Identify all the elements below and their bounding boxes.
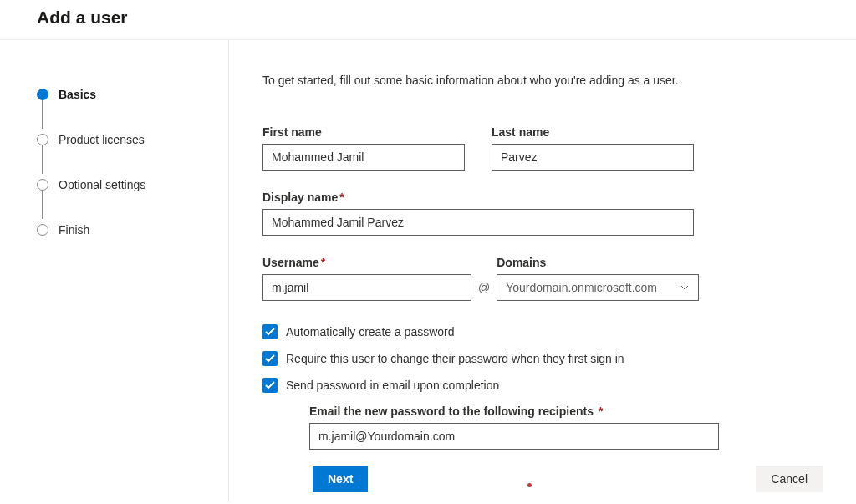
at-symbol: @	[471, 274, 497, 301]
checkmark-icon	[265, 381, 275, 389]
last-name-label: Last name	[492, 125, 694, 139]
step-basics[interactable]: Basics	[37, 72, 228, 117]
username-label: Username*	[262, 256, 471, 269]
step-indicator-icon	[37, 134, 48, 145]
form-main: To get started, fill out some basic info…	[229, 40, 856, 456]
domains-group: Domains Yourdomain.onmicrosoft.com	[497, 256, 699, 301]
require-change-row: Require this user to change their passwo…	[262, 351, 856, 366]
send-email-row: Send password in email upon completion	[262, 378, 856, 393]
step-indicator-icon	[37, 224, 48, 236]
username-group: Username*	[262, 256, 471, 301]
required-asterisk: *	[339, 191, 344, 204]
email-recipients-input[interactable]	[309, 423, 719, 450]
checkmark-icon	[265, 354, 275, 363]
name-row: First name Last name	[262, 125, 856, 171]
send-email-checkbox[interactable]	[262, 378, 278, 393]
step-indicator-icon	[37, 179, 48, 191]
display-name-group: Display name*	[262, 191, 694, 236]
checkmark-icon	[265, 328, 275, 336]
first-name-input[interactable]	[262, 144, 465, 171]
step-optional-settings[interactable]: Optional settings	[37, 162, 228, 207]
wizard-footer: Next Cancel	[229, 456, 856, 502]
require-change-label: Require this user to change their passwo…	[286, 352, 624, 365]
email-recipients-section: Email the new password to the following …	[309, 405, 856, 450]
content-area: Basics Product licenses Optional setting…	[0, 40, 856, 502]
display-name-label: Display name*	[262, 191, 694, 204]
email-recipients-label: Email the new password to the following …	[309, 405, 856, 418]
panel-header: Add a user	[0, 0, 856, 40]
intro-text: To get started, fill out some basic info…	[262, 74, 856, 87]
display-name-row: Display name*	[262, 191, 856, 236]
required-asterisk: *	[321, 256, 325, 269]
auto-password-label: Automatically create a password	[286, 325, 455, 339]
username-row: Username* @ Domains Yourdomain.onmicroso…	[262, 256, 856, 301]
username-input[interactable]	[262, 274, 471, 301]
domains-label: Domains	[497, 256, 699, 269]
step-label: Basics	[59, 88, 96, 101]
auto-password-checkbox[interactable]	[262, 324, 278, 339]
require-change-checkbox[interactable]	[262, 351, 278, 366]
cancel-button[interactable]: Cancel	[756, 466, 823, 492]
step-product-licenses[interactable]: Product licenses	[37, 117, 228, 162]
last-name-group: Last name	[492, 125, 694, 171]
next-button[interactable]: Next	[313, 466, 368, 492]
send-email-label: Send password in email upon completion	[286, 379, 499, 392]
cursor-indicator-icon	[527, 483, 532, 487]
first-name-label: First name	[262, 125, 465, 139]
wizard-stepper: Basics Product licenses Optional setting…	[0, 40, 229, 502]
display-name-input[interactable]	[262, 209, 694, 236]
last-name-input[interactable]	[492, 144, 694, 171]
chevron-down-icon	[680, 283, 690, 293]
step-label: Product licenses	[59, 133, 145, 146]
auto-password-row: Automatically create a password	[262, 324, 856, 339]
first-name-group: First name	[262, 125, 465, 171]
step-finish[interactable]: Finish	[37, 207, 228, 252]
required-asterisk: *	[595, 405, 603, 418]
step-label: Optional settings	[59, 178, 145, 191]
page-title: Add a user	[37, 8, 819, 28]
step-indicator-icon	[37, 89, 48, 100]
domains-dropdown[interactable]: Yourdomain.onmicrosoft.com	[497, 274, 699, 301]
step-label: Finish	[59, 223, 89, 237]
domains-selected-text: Yourdomain.onmicrosoft.com	[506, 281, 680, 294]
